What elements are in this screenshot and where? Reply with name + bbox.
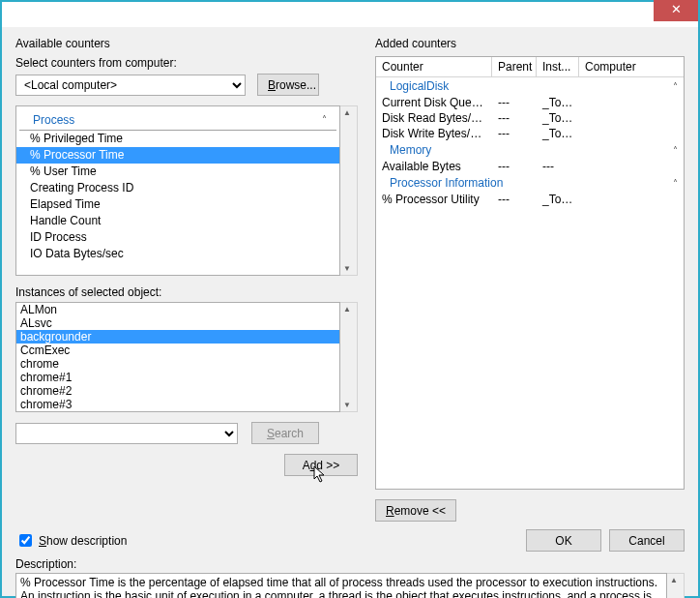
available-counters-panel: Available counters Select counters from … — [15, 35, 358, 522]
computer-select[interactable]: <Local computer> — [15, 75, 246, 96]
dialog-body: Available counters Select counters from … — [2, 29, 698, 596]
col-computer[interactable]: Computer — [579, 57, 684, 76]
added-row[interactable]: Current Disk Queue ...---_Total — [376, 95, 684, 110]
added-counters-panel: Added counters Counter Parent Inst... Co… — [375, 35, 685, 522]
instance-item[interactable]: chrome#3 — [16, 398, 339, 411]
instance-item[interactable]: ALMon — [16, 303, 339, 316]
instance-item[interactable]: backgrounder — [16, 330, 339, 344]
chevron-up-icon: ˄ — [673, 81, 678, 92]
chevron-up-icon: ˄ — [322, 114, 327, 125]
description-scrollbar[interactable] — [667, 573, 685, 598]
description-label: Description: — [15, 557, 685, 571]
cancel-button[interactable]: Cancel — [609, 529, 685, 552]
remove-button[interactable]: Remove << — [375, 499, 456, 522]
show-description-input[interactable] — [19, 534, 32, 547]
show-description-checkbox[interactable]: Show description — [15, 531, 127, 550]
counter-item[interactable]: Creating Process ID — [16, 180, 339, 196]
instances-label: Instances of selected object: — [15, 285, 358, 299]
ok-button[interactable]: OK — [526, 529, 601, 552]
added-row[interactable]: Available Bytes------ — [376, 159, 684, 174]
counter-item[interactable]: ID Process — [16, 229, 339, 246]
add-counters-dialog: ✕ Available counters Select counters fro… — [0, 0, 700, 598]
added-table-header: Counter Parent Inst... Computer — [376, 57, 684, 77]
counter-item[interactable]: % Processor Time — [16, 147, 339, 164]
added-row[interactable]: Disk Read Bytes/sec---_Total — [376, 110, 684, 126]
browse-button[interactable]: Browse... — [257, 74, 319, 96]
added-counters-title: Added counters — [375, 37, 685, 50]
chevron-up-icon: ˄ — [673, 178, 678, 189]
titlebar: ✕ — [2, 2, 698, 27]
instance-item[interactable]: chrome#1 — [16, 371, 339, 384]
add-button[interactable]: Add >> — [284, 454, 358, 476]
instance-item[interactable]: CcmExec — [16, 344, 339, 357]
added-row[interactable]: % Processor Utility---_Total — [376, 192, 684, 207]
instances-list[interactable]: ALMonALsvcbackgrounderCcmExecchromechrom… — [15, 302, 340, 412]
col-instance[interactable]: Inst... — [537, 57, 579, 76]
added-category[interactable]: LogicalDisk˄ — [376, 77, 684, 95]
instances-scrollbar[interactable] — [340, 302, 358, 412]
available-counters-title: Available counters — [15, 37, 358, 50]
search-combo[interactable] — [15, 423, 238, 444]
added-row[interactable]: Disk Write Bytes/sec---_Total — [376, 126, 684, 141]
close-button[interactable]: ✕ — [654, 0, 698, 21]
added-category[interactable]: Memory˄ — [376, 141, 684, 159]
counter-item[interactable]: Handle Count — [16, 213, 339, 229]
instance-item[interactable]: chrome#2 — [16, 384, 339, 398]
col-parent[interactable]: Parent — [492, 57, 537, 76]
col-counter[interactable]: Counter — [376, 57, 492, 76]
search-button[interactable]: Search — [251, 422, 319, 444]
counter-item[interactable]: % Privileged Time — [16, 131, 339, 147]
counter-category-header[interactable]: Process ˄ — [19, 109, 336, 131]
counter-item[interactable]: Elapsed Time — [16, 196, 339, 213]
description-text: % Processor Time is the percentage of el… — [15, 573, 667, 598]
instance-item[interactable]: ALsvc — [16, 316, 339, 330]
counter-item[interactable]: IO Data Bytes/sec — [16, 246, 339, 262]
counter-scrollbar[interactable] — [340, 105, 358, 276]
added-counters-table[interactable]: Counter Parent Inst... Computer LogicalD… — [375, 56, 685, 490]
select-computer-label: Select counters from computer: — [15, 56, 358, 70]
counter-item[interactable]: % User Time — [16, 164, 339, 180]
counter-category-name: Process — [33, 113, 74, 127]
chevron-up-icon: ˄ — [673, 145, 678, 156]
instance-item[interactable]: chrome — [16, 357, 339, 371]
added-category[interactable]: Processor Information˄ — [376, 174, 684, 192]
counter-category-list[interactable]: Process ˄ % Privileged Time% Processor T… — [15, 105, 340, 276]
